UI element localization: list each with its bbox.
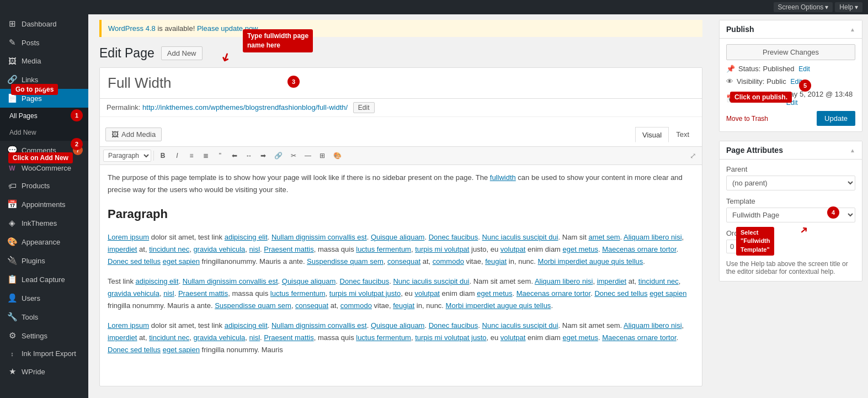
published-edit-link[interactable]: Edit [786, 99, 798, 107]
page-title-input[interactable] [100, 68, 702, 99]
sidebar-item-dashboard[interactable]: ⊞ Dashboard [0, 14, 88, 33]
expand-editor-button[interactable]: ⤢ [688, 149, 699, 162]
ink-import-export-icon: ↕ [7, 351, 17, 357]
published-label: Published on: [738, 94, 782, 103]
sidebar-item-tools[interactable]: 🔧 Tools [0, 307, 88, 326]
page-attributes-header[interactable]: Page Attributes ▲ [720, 141, 862, 160]
blockquote-button[interactable]: " [214, 150, 227, 162]
unlink-button[interactable]: ✂ [287, 150, 300, 162]
align-right-button[interactable]: ➡ [257, 150, 270, 162]
template-field-group: Template Default Template Fullwidth Page… [726, 197, 855, 222]
page-title: Edit Page [99, 46, 155, 61]
sidebar-item-ink-import-export[interactable]: ↕ Ink Import Export [0, 345, 88, 362]
products-icon: 🏷 [7, 181, 17, 190]
status-row: 📌 Status: Published Edit [726, 65, 855, 73]
appearance-icon: 🎨 [7, 237, 17, 247]
add-media-button[interactable]: 🖼 Add Media [105, 128, 162, 141]
sidebar-item-lead-capture[interactable]: 📋 Lead Capture [0, 270, 88, 289]
align-center-button[interactable]: ↔ [242, 150, 255, 162]
screen-options-button[interactable]: Screen Options ▾ [774, 2, 833, 12]
ordered-list-button[interactable]: ≣ [199, 150, 212, 162]
visibility-edit-link[interactable]: Edit [790, 78, 802, 86]
sidebar-item-plugins[interactable]: 🔌 Plugins [0, 251, 88, 270]
visual-tab[interactable]: Visual [635, 127, 669, 142]
content-paragraph-2: Lorem ipsum dolor sit amet, test link ad… [108, 231, 694, 268]
editor-content[interactable]: The purpose of this page template is to … [100, 165, 702, 386]
format-select[interactable]: Paragraph Heading 1 Heading 2 Heading 3 [103, 150, 151, 162]
plugins-icon: 🔌 [7, 256, 17, 266]
add-new-button[interactable]: Add New [161, 46, 203, 60]
color-button[interactable]: 🎨 [330, 150, 345, 162]
appointments-icon: 📅 [7, 199, 17, 209]
woocommerce-icon: W [7, 164, 17, 172]
sidebar-item-wpride[interactable]: ★ WPride [0, 362, 88, 381]
move-to-trash-link[interactable]: Move to Trash [726, 115, 768, 123]
permalink-bar: Permalink: http://inkthemes.com/wpthemes… [100, 99, 702, 117]
sidebar-item-users[interactable]: 👤 Users [0, 289, 88, 307]
sidebar-item-comments[interactable]: 💬 Comments 7 [0, 141, 88, 160]
status-label: Status: [738, 65, 760, 73]
publish-box: Publish ▲ Preview Changes 📌 Status: Publ… [719, 20, 862, 132]
italic-button[interactable]: I [171, 150, 184, 162]
comments-icon: 💬 [7, 145, 17, 155]
status-edit-link[interactable]: Edit [798, 65, 810, 73]
format-toolbar: Paragraph Heading 1 Heading 2 Heading 3 … [100, 147, 702, 165]
update-now-link[interactable]: Please update now. [197, 24, 259, 33]
publish-box-header[interactable]: Publish ▲ [720, 20, 862, 39]
parent-field-group: Parent (no parent) [726, 165, 855, 190]
align-left-button[interactable]: ⬅ [228, 150, 241, 162]
status-value: Published Edit [763, 65, 855, 73]
page-attributes-content: Parent (no parent) Template Default Temp… [720, 160, 862, 281]
sidebar-item-pages[interactable]: 📄 Pages [0, 89, 88, 108]
sidebar-item-inkthemes[interactable]: ◈ InkThemes [0, 214, 88, 232]
sidebar-item-appointments[interactable]: 📅 Appointments [0, 195, 88, 214]
help-text: Use the Help tab above the screen title … [726, 260, 855, 275]
right-panel: 5 Click on publish. ➜ Publish ▲ Preview … [713, 14, 868, 398]
chevron-down-icon: ▾ [825, 3, 828, 11]
sidebar-item-woocommerce[interactable]: W WooCommerce [0, 160, 88, 177]
template-select[interactable]: Default Template Fullwidth Page Left Sid… [726, 208, 855, 222]
wp-version-link[interactable]: WordPress 4.8 [108, 24, 156, 33]
order-label: Order [726, 229, 855, 237]
sidebar-item-add-new[interactable]: Add New [0, 124, 88, 141]
page-attributes-box: 4 Select"FullwidthTemplate" ➜ Page Attri… [719, 141, 862, 282]
media-add-icon: 🖼 [111, 130, 119, 139]
media-icon: 🖼 [7, 56, 17, 66]
sidebar-item-links[interactable]: 🔗 Links [0, 70, 88, 89]
lead-capture-icon: 📋 [7, 274, 17, 284]
visibility-value: Public Edit [766, 77, 855, 86]
sidebar-item-media[interactable]: 🖼 Media [0, 52, 88, 70]
permalink-link[interactable]: http://inkthemes.com/wpthemes/blogstrend… [142, 103, 348, 112]
admin-top-bar: Screen Options ▾ Help ▾ [0, 0, 868, 14]
insert-button[interactable]: — [301, 150, 315, 162]
help-button[interactable]: Help ▾ [835, 2, 862, 12]
unordered-list-button[interactable]: ≡ [185, 150, 198, 162]
publish-box-content: Preview Changes 📌 Status: Published Edit… [720, 39, 862, 131]
update-button[interactable]: Update [817, 111, 855, 126]
visibility-label: Visibility: [737, 77, 764, 86]
links-icon: 🔗 [7, 75, 17, 84]
visibility-icon: 👁 [726, 77, 733, 86]
tools-icon: 🔧 [7, 312, 17, 322]
bold-button[interactable]: B [156, 150, 169, 162]
text-tab[interactable]: Text [669, 127, 696, 142]
sidebar-item-settings[interactable]: ⚙ Settings [0, 326, 88, 345]
editor-container: 3 Permalink: http://inkthemes.com/wpthem… [99, 67, 702, 386]
sidebar-item-posts[interactable]: ✎ Posts [0, 33, 88, 52]
sidebar-item-all-pages[interactable]: All Pages [0, 108, 88, 124]
users-icon: 👤 [7, 293, 17, 303]
template-label: Template [726, 197, 855, 205]
sidebar: 1 Go to pages ➜ 2 Click on Add New ⊞ Das… [0, 14, 88, 398]
link-button[interactable]: 🔗 [271, 150, 286, 162]
permalink-edit-button[interactable]: Edit [353, 102, 375, 113]
update-notice: WordPress 4.8 is available! Please updat… [99, 20, 702, 37]
posts-icon: ✎ [7, 38, 17, 47]
parent-label: Parent [726, 165, 855, 173]
order-field-group: Order [726, 229, 855, 253]
order-input[interactable] [726, 240, 770, 253]
preview-changes-button[interactable]: Preview Changes [726, 44, 855, 60]
sidebar-item-products[interactable]: 🏷 Products [0, 177, 88, 195]
sidebar-item-appearance[interactable]: 🎨 Appearance [0, 232, 88, 251]
table-button[interactable]: ⊞ [316, 150, 329, 162]
parent-select[interactable]: (no parent) [726, 176, 855, 190]
